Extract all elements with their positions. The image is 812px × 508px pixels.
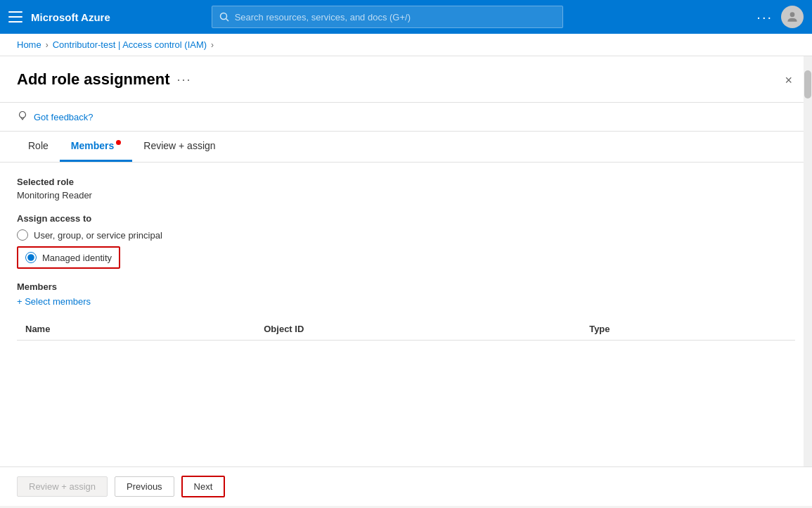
svg-point-0 — [220, 13, 226, 20]
avatar-icon — [785, 10, 799, 24]
topbar-more-icon[interactable]: ··· — [756, 10, 773, 24]
scrollbar-track[interactable] — [804, 56, 812, 506]
col-object-id: Object ID — [255, 318, 581, 341]
members-table: Name Object ID Type — [17, 318, 795, 341]
selected-role-value: Monitoring Reader — [17, 190, 795, 201]
review-assign-button[interactable]: Review + assign — [17, 476, 108, 497]
search-placeholder: Search resources, services, and docs (G+… — [235, 12, 411, 23]
tab-members[interactable]: Members — [60, 132, 132, 162]
selected-role-label: Selected role — [17, 177, 795, 187]
tabs: Role Members Review + assign — [0, 132, 812, 163]
assign-access-label: Assign access to — [17, 213, 795, 224]
previous-button[interactable]: Previous — [115, 476, 174, 497]
content-area: Selected role Monitoring Reader Assign a… — [0, 163, 812, 390]
radio-managed-identity[interactable]: Managed identity — [17, 246, 120, 269]
tab-role[interactable]: Role — [17, 132, 60, 162]
col-type: Type — [581, 318, 795, 341]
main-panel: Add role assignment ··· × Got feedback? … — [0, 56, 812, 506]
assign-access-section: Assign access to User, group, or service… — [17, 213, 795, 269]
members-section: Members + Select members — [17, 281, 795, 307]
members-dot — [116, 140, 121, 145]
feedback-icon — [17, 110, 28, 124]
feedback-bar: Got feedback? — [0, 103, 812, 132]
panel-options-icon[interactable]: ··· — [177, 72, 192, 87]
radio-user-group[interactable]: User, group, or service principal — [17, 229, 795, 241]
svg-point-3 — [20, 112, 26, 118]
assign-access-options: User, group, or service principal Manage… — [17, 229, 795, 269]
breadcrumb-sep-2: › — [211, 40, 214, 50]
col-name: Name — [17, 318, 255, 341]
selected-role-section: Selected role Monitoring Reader — [17, 177, 795, 201]
svg-point-2 — [790, 12, 795, 17]
radio-user-group-label: User, group, or service principal — [34, 230, 162, 241]
user-avatar[interactable] — [781, 6, 804, 28]
radio-managed-identity-input[interactable] — [25, 252, 37, 263]
members-label: Members — [17, 281, 795, 292]
breadcrumb: Home › Contributor-test | Access control… — [0, 34, 812, 56]
next-button[interactable]: Next — [181, 476, 226, 497]
topbar: Microsoft Azure Search resources, servic… — [0, 0, 812, 34]
panel-title: Add role assignment — [17, 70, 170, 89]
radio-user-group-input[interactable] — [17, 229, 28, 241]
table-header-row: Name Object ID Type — [17, 318, 795, 341]
select-members-link[interactable]: + Select members — [17, 296, 795, 307]
feedback-label[interactable]: Got feedback? — [34, 112, 94, 122]
scrollbar-thumb[interactable] — [804, 70, 811, 99]
app-title: Microsoft Azure — [31, 11, 110, 23]
svg-line-1 — [226, 19, 228, 22]
hamburger-menu[interactable] — [8, 11, 22, 23]
panel-header: Add role assignment ··· × — [0, 56, 812, 103]
close-button[interactable]: × — [782, 70, 795, 91]
search-bar[interactable]: Search resources, services, and docs (G+… — [212, 6, 563, 28]
breadcrumb-iam[interactable]: Contributor-test | Access control (IAM) — [53, 39, 207, 50]
breadcrumb-sep-1: › — [46, 40, 49, 50]
radio-managed-identity-label: Managed identity — [42, 253, 112, 263]
tab-review[interactable]: Review + assign — [132, 132, 226, 162]
topbar-right: ··· — [756, 6, 804, 28]
search-icon — [219, 12, 229, 22]
breadcrumb-home[interactable]: Home — [17, 39, 41, 50]
panel-title-area: Add role assignment ··· — [17, 70, 192, 89]
bottom-bar: Review + assign Previous Next — [0, 466, 812, 506]
